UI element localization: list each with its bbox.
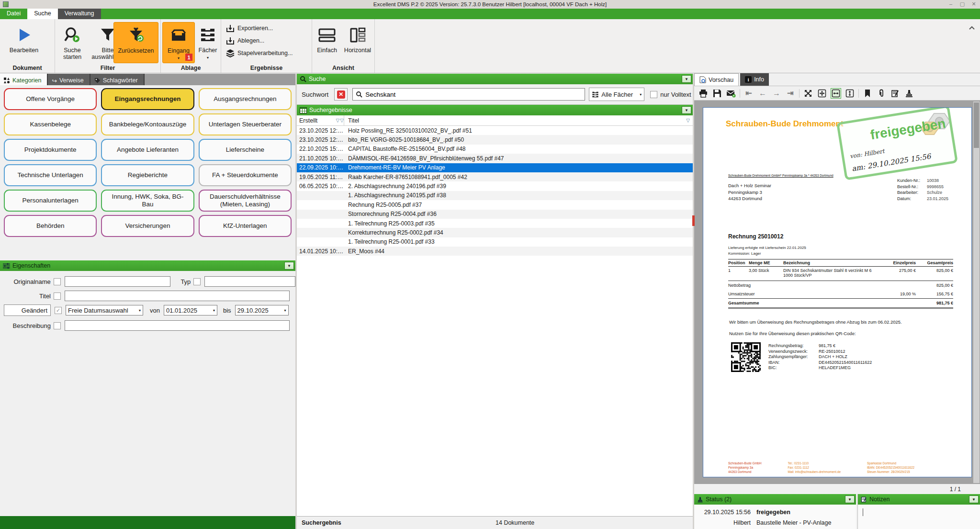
result-row[interactable]: 1. Teilrechnung R25-0003.pdf #35 [297,219,693,228]
category-button[interactable]: Technische Unterlagen [4,164,97,186]
originalname-checkbox[interactable] [54,278,61,285]
tab-vorschau[interactable]: Vorschau [694,73,739,86]
column-erstellt[interactable]: Erstellt ▽ ▽ [297,115,344,125]
category-button[interactable]: Dauerschuldverhältnisse (Mieten, Leasing… [199,190,292,212]
clear-search-button[interactable]: ✕ [334,88,348,101]
result-row[interactable]: Korrekturrechnung R25-0002.pdf #34 [297,228,693,237]
beschreibung-checkbox[interactable] [54,322,61,329]
category-button[interactable]: FA + Steuerdokumente [199,164,292,186]
category-button[interactable]: Bankbelege/Kontoauszüge [101,113,194,135]
collapse-suche-icon[interactable]: ▼ [682,75,691,83]
tab-kategorien[interactable]: Kategorien [0,74,48,85]
horizontal-button[interactable]: Horizontal [342,22,373,63]
faecher-button[interactable]: Fächer ▾ [196,22,219,63]
last-page-button[interactable]: ⇥ [785,88,796,99]
stamp-button[interactable] [904,88,914,99]
category-button[interactable]: Versicherungen [101,215,194,237]
collapse-notizen-icon[interactable]: ▼ [969,495,979,503]
filter-icon[interactable]: ▽ [686,118,690,123]
titel-checkbox[interactable] [54,293,61,300]
fit-page-button[interactable] [817,88,827,99]
category-button[interactable]: Behörden [4,215,97,237]
first-page-button[interactable]: ⇤ [743,88,754,99]
print-button[interactable] [698,88,709,99]
maximize-button[interactable]: ▢ [959,1,966,7]
scrollbar-thumb[interactable] [974,102,979,148]
date-mode-select[interactable]: Freie Datumsauswahl▾ [66,305,143,315]
result-row[interactable]: 1. Teilrechnung R25-0001.pdf #33 [297,237,693,247]
bis-date-select[interactable]: 29.10.2025▾ [235,305,289,315]
category-button[interactable]: Kassenbelege [4,113,97,135]
category-button[interactable]: Ausgangsrechnungen [199,88,292,110]
result-row[interactable]: 23.10.2025 12:…Holz Possling_RE 32501031… [297,126,693,135]
titel-input[interactable] [65,291,290,301]
category-button[interactable]: Personalunterlagen [4,190,97,212]
zuruecksetzen-button[interactable]: Zurücksetzen [113,22,158,63]
suche-starten-button[interactable]: Suche starten [57,22,88,63]
typ-checkbox[interactable] [193,278,201,285]
fit-width-button[interactable] [831,88,841,99]
ribbon: Bearbeiten Dokument Suche starten [0,19,980,73]
category-button[interactable]: Unterlagen Steuerberater [199,113,292,135]
close-button[interactable]: ✕ [970,1,977,7]
ablegen-button[interactable]: Ablegen... [226,35,264,46]
tab-schlagwoerter[interactable]: Schlagwörter [90,74,145,85]
sort-icon[interactable]: ▽ [336,118,340,123]
tab-suche[interactable]: Suche [27,9,57,19]
originalname-input[interactable] [65,276,171,287]
minimize-button[interactable]: – [947,1,954,7]
filter-icon[interactable]: ▽ [340,118,344,123]
fullscreen-button[interactable] [803,88,813,99]
attachment-button[interactable] [876,88,887,99]
typ-input[interactable] [204,276,295,287]
notes-button[interactable] [890,88,901,99]
collapse-status-icon[interactable]: ▼ [845,495,855,503]
category-button[interactable]: Innung, HWK, Soka, BG-Bau [101,190,194,212]
result-row[interactable]: 22.09.2025 10:…Drehmoment-RE-BV Meier PV… [297,163,693,172]
result-row[interactable]: 14.01.2025 10:…ER_Moos #44 [297,247,693,256]
save-button[interactable] [712,88,722,99]
stapelverarbeitung-button[interactable]: Stapelverarbeitung... [226,48,293,58]
result-row[interactable]: 1. Abschlagsrechnung 240195.pdf #38 [297,191,693,200]
result-row[interactable]: 23.10.2025 12:…bito_RE VGRG-8025-1001868… [297,135,693,144]
faecher-select[interactable]: Alle Fächer ▾ [589,88,644,101]
category-button[interactable]: Lieferscheine [199,139,292,161]
next-page-button[interactable]: → [771,88,782,99]
von-date-select[interactable]: 01.01.2025▾ [164,305,217,315]
tab-info[interactable]: i Info [740,73,769,86]
category-button[interactable]: Offene Vorgänge [4,88,97,110]
ribbon-collapse-icon[interactable] [969,26,975,30]
eingang-button[interactable]: Eingang ▾ 1 [162,22,195,63]
tab-verwaltung[interactable]: Verwaltung [58,9,101,19]
collapse-suchergebnisse-icon[interactable]: ▼ [682,106,691,114]
fit-height-button[interactable] [845,88,855,99]
category-button[interactable]: Angebote Lieferanten [101,139,194,161]
geaendert-checkbox[interactable]: ✓ [55,307,62,314]
send-email-button[interactable] [726,88,736,99]
preview-scrollbar[interactable] [973,101,980,483]
tab-datei[interactable]: Datei [0,9,27,19]
column-titel[interactable]: Titel ▽ [344,115,693,125]
document-page[interactable]: Schrauben-Bude Drehmoment freigegeben vo… [703,107,972,477]
einfach-button[interactable]: Einfach [313,22,341,63]
result-row[interactable]: 19.05.2025 11:…Raab Karcher-ER-876510889… [297,172,693,181]
category-button[interactable]: Regieberichte [101,164,194,186]
volltext-checkbox[interactable] [650,91,657,98]
tab-verweise[interactable]: ↪ Verweise [48,74,90,85]
result-row[interactable]: 22.10.2025 15:…CAPITAL Baustoffe-RE-2515… [297,145,693,154]
geaendert-button[interactable]: Geändert [4,304,51,316]
result-row[interactable]: Stornorechnung R25-0004.pdf #36 [297,210,693,219]
collapse-eigenschaften-icon[interactable]: ▼ [284,262,294,270]
category-button[interactable]: KfZ-Unterlagen [199,215,292,237]
beschreibung-input[interactable] [65,320,290,331]
search-input[interactable] [365,91,582,98]
result-row[interactable]: 06.05.2025 10:…2. Abschlagsrechnung 2401… [297,181,693,191]
result-row[interactable]: 21.10.2025 10:…DÄMMISOL-RE-94126598_BV_P… [297,154,693,163]
exportieren-button[interactable]: Exportieren... [226,23,273,34]
category-button[interactable]: Projektdokumente [4,139,97,161]
result-row[interactable]: Rechnung R25-0005.pdf #37 [297,200,693,209]
bearbeiten-button[interactable]: Bearbeiten [4,22,44,63]
previous-page-button[interactable]: ← [757,88,768,99]
category-button[interactable]: Eingangsrechnungen [101,88,194,110]
bookmark-button[interactable] [862,88,873,99]
